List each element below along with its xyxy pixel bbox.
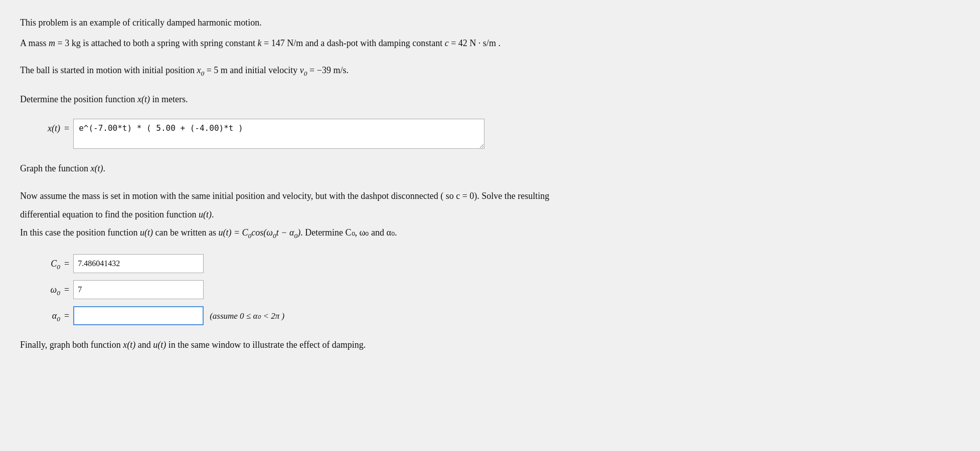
intro-line1: This problem is an example of critically… (20, 15, 960, 31)
determine-text: Determine the position function (20, 94, 137, 104)
w0-input-row: ω0 = (20, 280, 960, 299)
now-assume-text3: . (212, 209, 214, 219)
graph-line: Graph the function x(t). (20, 161, 960, 176)
var-v0: v0 (300, 65, 307, 75)
determine-end: in meters. (150, 94, 188, 104)
problem-container: This problem is an example of critically… (20, 15, 960, 352)
ball-line: The ball is started in motion with initi… (20, 63, 960, 80)
var-c: c (445, 38, 449, 48)
var-m: m (49, 38, 55, 48)
now-assume-para2: differential equation to find the positi… (20, 207, 960, 222)
now-ut: u(t) (199, 209, 212, 219)
ball-text-mid: = 5 m and initial velocity (204, 65, 300, 75)
graph-period: . (103, 163, 105, 173)
w0-label: ω0 (20, 280, 60, 299)
c0-equals: = (64, 254, 69, 272)
intro-text-2a: A mass (20, 38, 49, 48)
var-k: k (258, 38, 262, 48)
intro-line2: A mass m = 3 kg is attached to both a sp… (20, 36, 960, 51)
in-this-case-formula: u(t) = C0cos(ω0t − α0) (218, 228, 300, 238)
finally-xt: x(t) (123, 340, 135, 350)
now-assume-para1: Now assume the mass is set in motion wit… (20, 188, 960, 204)
c0-answer-input[interactable] (73, 254, 204, 273)
alpha0-equals: = (64, 306, 69, 324)
intro-text-2c: = 147 N/m and a dash-pot with damping co… (262, 38, 445, 48)
now-assume-text1: Now assume the mass is set in motion wit… (20, 191, 549, 201)
finally-line: Finally, graph both function x(t) and u(… (20, 337, 960, 353)
ball-text-end: = −39 m/s. (307, 65, 349, 75)
finally-text3: in the same window to illustrate the eff… (166, 340, 366, 350)
xt-answer-textarea[interactable] (73, 119, 484, 149)
alpha0-note: (assume 0 ≤ α₀ < 2π ) (210, 306, 284, 324)
c0-label: C0 (20, 254, 60, 273)
determine-line: Determine the position function x(t) in … (20, 92, 960, 107)
alpha0-answer-input[interactable] (73, 306, 204, 325)
var-x0: x0 (197, 65, 204, 75)
in-this-case-text1: In this case the position function (20, 228, 140, 238)
in-this-case-text2: can be written as (153, 228, 218, 238)
intro-text-2b: = 3 kg is attached to both a spring with… (55, 38, 258, 48)
finally-text1: Finally, graph both function (20, 340, 123, 350)
alpha0-label: α0 (20, 306, 60, 325)
alpha0-input-row: α0 = (assume 0 ≤ α₀ < 2π ) (20, 306, 960, 325)
intro-text-1: This problem is an example of critically… (20, 18, 262, 28)
in-this-case-text3: . Determine C₀, ω₀ and α₀. (300, 228, 397, 238)
xt-input-row: x(t) = (20, 119, 960, 149)
xt-label: x(t) (20, 119, 60, 136)
determine-xt: x(t) (137, 94, 150, 104)
now-assume-text2: differential equation to find the positi… (20, 209, 199, 219)
finally-text2: and (135, 340, 153, 350)
w0-equals: = (64, 280, 69, 298)
in-this-case-para: In this case the position function u(t) … (20, 225, 960, 242)
graph-xt: x(t) (90, 163, 103, 173)
ball-text-prefix: The ball is started in motion with initi… (20, 65, 197, 75)
in-this-case-ut: u(t) (140, 228, 153, 238)
w0-answer-input[interactable] (73, 280, 204, 299)
c0-input-row: C0 = (20, 254, 960, 273)
graph-text: Graph the function (20, 163, 90, 173)
intro-text-2d: = 42 N · s/m . (449, 38, 501, 48)
finally-ut: u(t) (153, 340, 166, 350)
xt-equals: = (64, 119, 69, 136)
